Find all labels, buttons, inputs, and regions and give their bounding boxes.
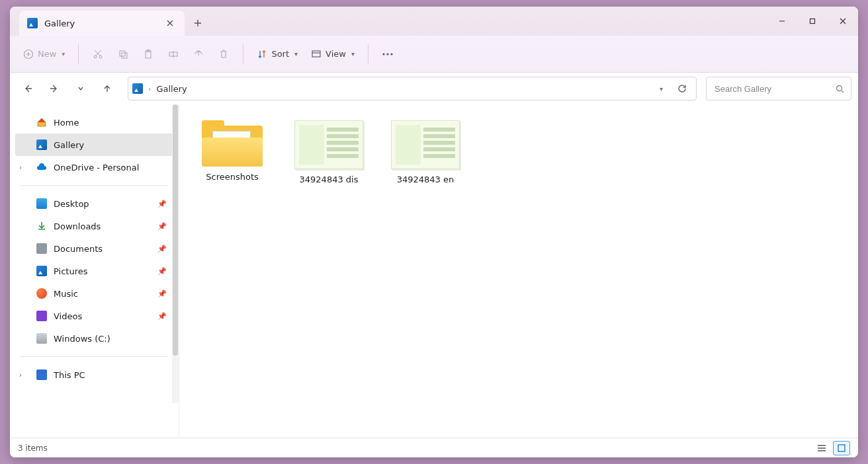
chevron-down-icon: ▾ xyxy=(62,50,65,58)
copy-icon xyxy=(118,49,128,59)
pin-icon: 📌 xyxy=(157,290,167,298)
command-toolbar: New ▾ Sort ▾ View ▾ xyxy=(10,36,858,73)
svg-rect-9 xyxy=(312,51,320,57)
sidebar-item-music[interactable]: Music 📌 xyxy=(15,282,173,305)
more-button[interactable] xyxy=(375,42,400,66)
forward-button[interactable] xyxy=(43,77,65,100)
item-folder-screenshots[interactable]: Screenshots xyxy=(191,120,273,184)
sidebar-item-gallery[interactable]: Gallery xyxy=(15,134,173,156)
svg-point-3 xyxy=(99,56,102,58)
window-controls xyxy=(767,7,858,36)
sidebar-item-pictures[interactable]: Pictures 📌 xyxy=(15,260,173,282)
recent-locations-button[interactable] xyxy=(69,77,92,100)
item-grid: Screenshots 34924843 dis 34924843 en xyxy=(191,120,846,184)
svg-point-2 xyxy=(94,56,97,58)
sort-button[interactable]: Sort ▾ xyxy=(250,42,304,66)
content-pane[interactable]: Screenshots 34924843 dis 34924843 en xyxy=(179,104,858,438)
new-button[interactable]: New ▾ xyxy=(17,42,71,66)
body: Home Gallery › OneDrive - Personal Deskt… xyxy=(10,104,858,438)
share-button[interactable] xyxy=(186,42,211,66)
sidebar-item-label: Downloads xyxy=(54,221,101,231)
minimize-button[interactable] xyxy=(767,7,797,36)
folder-icon xyxy=(202,120,263,167)
svg-rect-0 xyxy=(810,19,815,24)
close-icon xyxy=(840,18,846,24)
up-button[interactable] xyxy=(96,77,118,100)
delete-button[interactable] xyxy=(211,42,236,66)
pin-icon: 📌 xyxy=(157,312,167,321)
new-tab-button[interactable] xyxy=(185,11,211,36)
svg-rect-5 xyxy=(122,53,127,58)
sidebar-item-videos[interactable]: Videos 📌 xyxy=(15,305,173,327)
sidebar-item-drive-c[interactable]: Windows (C:) xyxy=(15,327,173,350)
paste-icon xyxy=(143,49,153,59)
chevron-down-icon: ▾ xyxy=(351,50,355,58)
rename-button[interactable] xyxy=(161,42,186,66)
downloads-icon xyxy=(36,221,47,231)
details-view-button[interactable] xyxy=(813,441,830,455)
paste-button[interactable] xyxy=(136,42,161,66)
sidebar-item-desktop[interactable]: Desktop 📌 xyxy=(15,192,173,215)
search-box[interactable] xyxy=(706,77,851,100)
address-bar[interactable]: › Gallery ▾ xyxy=(128,77,697,100)
list-icon xyxy=(817,444,826,452)
sidebar-item-label: This PC xyxy=(54,370,85,380)
pin-icon: 📌 xyxy=(157,222,167,231)
view-mode-toggle xyxy=(813,441,850,455)
close-icon xyxy=(167,20,173,26)
pin-icon: 📌 xyxy=(157,245,167,253)
sidebar-item-documents[interactable]: Documents 📌 xyxy=(15,237,173,260)
sort-icon xyxy=(257,49,267,59)
sidebar-item-this-pc[interactable]: › This PC xyxy=(15,364,173,386)
sidebar-item-label: Desktop xyxy=(54,199,89,209)
refresh-button[interactable] xyxy=(672,79,692,98)
item-image-1[interactable]: 34924843 dis xyxy=(288,120,370,184)
tab-gallery[interactable]: Gallery xyxy=(19,11,185,36)
svg-point-12 xyxy=(390,53,392,55)
view-label: View xyxy=(326,49,346,59)
search-input[interactable] xyxy=(713,83,836,95)
maximize-button[interactable] xyxy=(797,7,828,36)
status-bar: 3 items xyxy=(10,438,858,457)
sidebar-item-label: Documents xyxy=(54,244,103,254)
navigation-row: › Gallery ▾ xyxy=(10,73,858,104)
explorer-window: Gallery New ▾ xyxy=(10,7,858,457)
gallery-icon xyxy=(27,18,38,28)
copy-button[interactable] xyxy=(110,42,136,66)
item-image-2[interactable]: 34924843 en xyxy=(384,120,466,184)
svg-point-13 xyxy=(837,85,842,91)
new-icon xyxy=(23,49,34,59)
sidebar-item-label: Videos xyxy=(54,311,82,321)
chevron-right-icon[interactable]: › xyxy=(19,164,22,171)
home-icon xyxy=(36,117,47,128)
sidebar-scrollbar[interactable] xyxy=(172,104,179,403)
gallery-icon xyxy=(36,139,47,150)
image-thumbnail xyxy=(391,120,460,169)
arrow-left-icon xyxy=(23,84,32,93)
image-thumbnail xyxy=(294,120,363,169)
breadcrumb-current[interactable]: Gallery xyxy=(156,84,187,94)
scrollbar-thumb[interactable] xyxy=(173,104,178,356)
rename-icon xyxy=(168,49,179,59)
sidebar-item-home[interactable]: Home xyxy=(15,111,173,134)
grid-icon xyxy=(838,444,846,452)
chevron-right-icon[interactable]: › xyxy=(19,371,22,379)
back-button[interactable] xyxy=(17,77,39,100)
cloud-icon xyxy=(36,162,47,173)
drive-icon xyxy=(36,333,47,344)
search-icon xyxy=(836,85,844,93)
tab-close-button[interactable] xyxy=(162,15,178,31)
chevron-down-icon xyxy=(77,85,84,92)
videos-icon xyxy=(36,311,47,321)
view-icon xyxy=(311,49,322,59)
sidebar-item-downloads[interactable]: Downloads 📌 xyxy=(15,215,173,237)
sidebar-item-onedrive[interactable]: › OneDrive - Personal xyxy=(15,156,173,178)
thumbnails-view-button[interactable] xyxy=(833,441,850,455)
tab-title: Gallery xyxy=(44,19,155,28)
close-button[interactable] xyxy=(828,7,858,36)
desktop-icon xyxy=(36,198,47,209)
address-history-button[interactable]: ▾ xyxy=(656,85,667,93)
cut-button[interactable] xyxy=(85,42,110,66)
item-label: 34924843 dis xyxy=(300,174,359,184)
view-button[interactable]: View ▾ xyxy=(304,42,361,66)
